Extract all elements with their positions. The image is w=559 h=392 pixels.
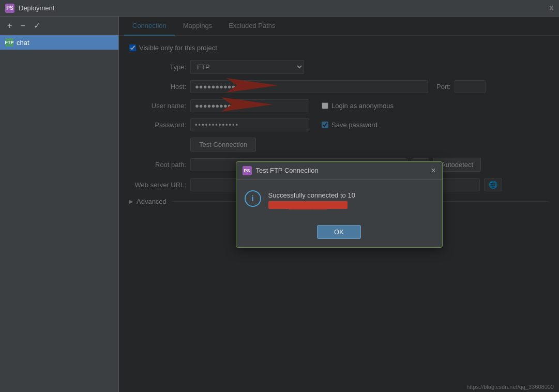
ok-button[interactable]: OK xyxy=(317,225,361,239)
modal-close-button[interactable]: × xyxy=(431,166,435,175)
modal-app-icon: PS xyxy=(243,166,252,175)
info-icon: i xyxy=(245,190,261,207)
modal-dialog: PS Test FTP Connection × i Successfully … xyxy=(236,161,443,248)
modal-overlay: PS Test FTP Connection × i Successfully … xyxy=(119,17,559,392)
ftp-icon: FTP xyxy=(5,38,13,47)
title-bar: PS Deployment × xyxy=(0,0,559,17)
sidebar-toolbar: + − ✓ xyxy=(0,17,118,35)
modal-message: Successfully connected to 10 ████████ xyxy=(268,191,355,209)
modal-redacted: ████████ xyxy=(268,201,348,209)
content-area: Connection Mappings Excluded Paths Visib… xyxy=(119,17,559,392)
main-container: + − ✓ FTP chat Connection Mappings Exclu… xyxy=(0,17,559,392)
close-button[interactable]: × xyxy=(549,4,554,12)
modal-body: i Successfully connected to 10 ████████ xyxy=(236,180,442,221)
app-icon: PS xyxy=(5,4,14,13)
add-server-button[interactable]: + xyxy=(5,20,14,32)
modal-footer: OK xyxy=(236,221,442,247)
remove-server-button[interactable]: − xyxy=(18,20,27,32)
modal-message-wrapper: Successfully connected to 10 ████████ xyxy=(268,190,434,210)
sidebar-item-label: chat xyxy=(17,39,29,47)
sidebar: + − ✓ FTP chat xyxy=(0,17,119,392)
modal-title-bar: PS Test FTP Connection × xyxy=(236,162,442,180)
modal-title: Test FTP Connection xyxy=(256,167,319,174)
app-title: Deployment xyxy=(19,4,54,12)
sidebar-item-chat[interactable]: FTP chat xyxy=(0,35,118,50)
check-button[interactable]: ✓ xyxy=(32,20,42,32)
